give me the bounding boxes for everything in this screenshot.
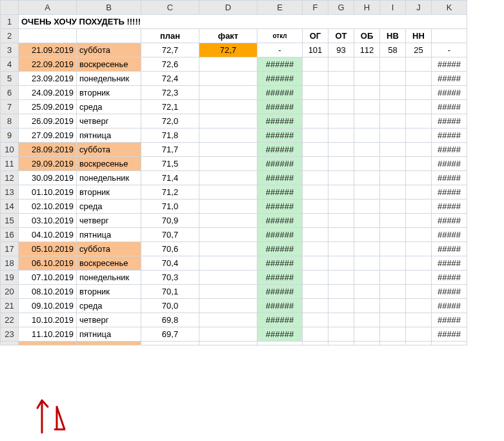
k-cell[interactable]: ##### [432, 214, 467, 228]
cell[interactable] [354, 200, 380, 214]
cell[interactable] [406, 271, 432, 285]
ob-cell[interactable]: 112 [354, 43, 380, 57]
cell[interactable] [406, 327, 432, 342]
otkl-cell[interactable]: ###### [257, 57, 303, 72]
cell[interactable] [380, 143, 406, 157]
date-cell[interactable]: 11.10.2019 [19, 327, 77, 342]
cell[interactable] [406, 342, 432, 345]
date-cell[interactable]: 06.10.2019 [19, 256, 77, 271]
cell[interactable] [303, 327, 328, 342]
cell[interactable] [406, 242, 432, 256]
cell[interactable] [380, 313, 406, 327]
cell[interactable] [354, 214, 380, 228]
day-cell[interactable]: четверг [77, 313, 141, 327]
row-header-11[interactable]: 11 [1, 157, 19, 171]
otkl-cell[interactable]: ###### [257, 72, 303, 86]
cell[interactable] [380, 185, 406, 200]
day-cell[interactable]: понедельник [77, 171, 141, 185]
date-cell[interactable]: 04.10.2019 [19, 228, 77, 242]
col-header-J[interactable]: J [406, 1, 432, 15]
header-fact[interactable]: факт [199, 29, 257, 43]
date-cell[interactable]: 26.09.2019 [19, 114, 77, 128]
cell[interactable] [328, 242, 354, 256]
day-cell[interactable]: воскресенье [77, 57, 141, 72]
cell[interactable] [328, 256, 354, 271]
cell[interactable] [303, 57, 328, 72]
otkl-cell[interactable]: ###### [257, 143, 303, 157]
hn-cell[interactable]: 25 [406, 43, 432, 57]
date-cell[interactable]: 23.09.2019 [19, 72, 77, 86]
cell[interactable] [380, 72, 406, 86]
cell[interactable] [257, 342, 303, 345]
day-cell[interactable]: суббота [77, 242, 141, 256]
cell[interactable] [303, 228, 328, 242]
cell[interactable] [406, 143, 432, 157]
otkl-cell[interactable]: ###### [257, 299, 303, 313]
cell[interactable] [303, 185, 328, 200]
row-header-22[interactable]: 22 [1, 313, 19, 327]
cell[interactable] [406, 313, 432, 327]
cell[interactable] [303, 128, 328, 143]
otkl-cell[interactable]: ###### [257, 185, 303, 200]
date-cell[interactable]: 02.10.2019 [19, 200, 77, 214]
cell[interactable] [303, 114, 328, 128]
cell[interactable] [303, 143, 328, 157]
k-cell[interactable]: ##### [432, 86, 467, 100]
col-header-D[interactable]: D [199, 1, 257, 15]
plan-cell[interactable]: 70,3 [141, 271, 199, 285]
otkl-cell[interactable]: ###### [257, 128, 303, 143]
row-header-5[interactable]: 5 [1, 72, 19, 86]
row-header-16[interactable]: 16 [1, 228, 19, 242]
cell[interactable] [406, 157, 432, 171]
spreadsheet[interactable]: A B C D E F G H I J K 1 ОЧЕНЬ ХОЧУ ПОХУД… [0, 0, 467, 345]
row-header-14[interactable]: 14 [1, 200, 19, 214]
fact-cell[interactable]: 72,7 [199, 43, 257, 57]
cell[interactable] [328, 171, 354, 185]
plan-cell[interactable]: 72,4 [141, 72, 199, 86]
cell[interactable] [354, 100, 380, 114]
row-header-4[interactable]: 4 [1, 57, 19, 72]
cell[interactable] [328, 228, 354, 242]
plan-cell[interactable]: 70,6 [141, 242, 199, 256]
row-header-21[interactable]: 21 [1, 299, 19, 313]
k-cell[interactable]: ##### [432, 185, 467, 200]
cell[interactable] [77, 29, 141, 43]
k-cell[interactable]: ##### [432, 285, 467, 299]
cell[interactable] [303, 171, 328, 185]
fact-cell[interactable] [199, 128, 257, 143]
cell[interactable] [432, 29, 467, 43]
fact-cell[interactable] [199, 285, 257, 299]
plan-cell[interactable]: 71,7 [141, 143, 199, 157]
cell[interactable] [354, 228, 380, 242]
otkl-cell[interactable]: ###### [257, 327, 303, 342]
cell[interactable] [406, 114, 432, 128]
col-header-H[interactable]: H [354, 1, 380, 15]
cell[interactable] [354, 271, 380, 285]
cell[interactable] [354, 342, 380, 345]
day-cell[interactable]: понедельник [77, 271, 141, 285]
cell[interactable] [328, 157, 354, 171]
cell[interactable] [354, 114, 380, 128]
cell[interactable] [380, 200, 406, 214]
plan-cell[interactable]: 72,7 [141, 43, 199, 57]
cell[interactable] [354, 143, 380, 157]
date-cell[interactable]: 01.10.2019 [19, 185, 77, 200]
day-cell[interactable]: среда [77, 299, 141, 313]
row-header-10[interactable]: 10 [1, 143, 19, 157]
otkl-cell[interactable]: ###### [257, 271, 303, 285]
cell[interactable] [354, 285, 380, 299]
date-cell[interactable]: 21.09.2019 [19, 43, 77, 57]
day-cell[interactable]: воскресенье [77, 157, 141, 171]
date-cell[interactable]: 24.09.2019 [19, 86, 77, 100]
cell[interactable] [328, 313, 354, 327]
header-hb[interactable]: НВ [380, 29, 406, 43]
fact-cell[interactable] [199, 271, 257, 285]
day-cell[interactable]: пятница [77, 128, 141, 143]
row-header-18[interactable]: 18 [1, 256, 19, 271]
k-cell[interactable]: ##### [432, 299, 467, 313]
otkl-cell[interactable]: ###### [257, 242, 303, 256]
date-cell[interactable]: 05.10.2019 [19, 242, 77, 256]
header-otkl[interactable]: откл [257, 29, 303, 43]
cell[interactable] [406, 285, 432, 299]
cell[interactable] [406, 57, 432, 72]
